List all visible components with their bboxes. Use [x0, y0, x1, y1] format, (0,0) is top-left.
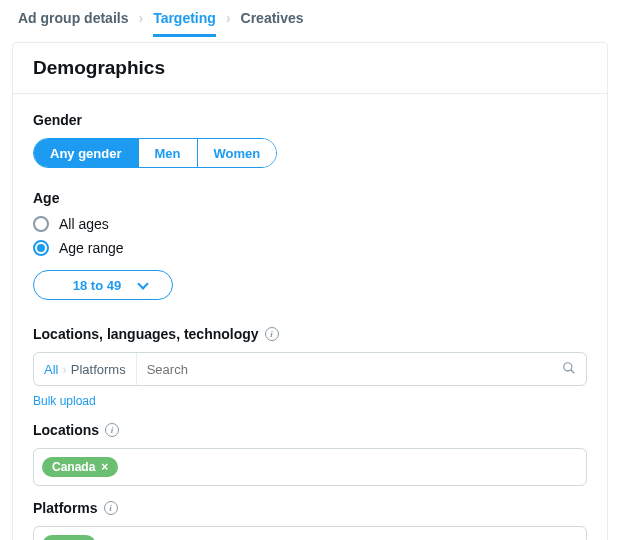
breadcrumb-item-ad-group[interactable]: Ad group details	[18, 10, 128, 26]
info-icon[interactable]: i	[105, 423, 119, 437]
location-chip[interactable]: Canada ×	[42, 457, 118, 477]
svg-point-0	[564, 362, 572, 370]
age-radio-all-label: All ages	[59, 216, 109, 232]
search-section-label: Locations, languages, technology i	[33, 326, 587, 342]
age-range-dropdown[interactable]: 18 to 49	[33, 270, 173, 300]
card-body: Gender Any gender Men Women Age All ages…	[13, 94, 607, 540]
page-title: Demographics	[33, 57, 587, 79]
gender-segmented-control: Any gender Men Women	[33, 138, 277, 168]
locations-label: Locations i	[33, 422, 587, 438]
info-icon[interactable]: i	[104, 501, 118, 515]
filter-root: All	[44, 362, 58, 377]
search-filter-breadcrumb[interactable]: All › Platforms	[34, 353, 137, 385]
search-icon	[552, 361, 586, 378]
chevron-right-icon: ›	[138, 10, 143, 26]
gender-option-any[interactable]: Any gender	[34, 139, 138, 167]
close-icon[interactable]: ×	[101, 461, 108, 473]
demographics-card: Demographics Gender Any gender Men Women…	[12, 42, 608, 540]
breadcrumb: Ad group details › Targeting › Creatives	[0, 0, 620, 34]
gender-option-women[interactable]: Women	[197, 139, 277, 167]
platforms-chip-input[interactable]: iOS ×	[33, 526, 587, 540]
age-label: Age	[33, 190, 587, 206]
radio-icon	[33, 240, 49, 256]
search-input[interactable]	[137, 353, 552, 385]
platforms-label: Platforms i	[33, 500, 587, 516]
gender-option-men[interactable]: Men	[138, 139, 197, 167]
chip-label: Canada	[52, 460, 95, 474]
breadcrumb-item-targeting[interactable]: Targeting	[153, 10, 216, 37]
age-range-value: 18 to 49	[73, 278, 121, 293]
chevron-down-icon	[138, 278, 149, 289]
locations-chip-input[interactable]: Canada ×	[33, 448, 587, 486]
breadcrumb-item-creatives[interactable]: Creatives	[241, 10, 304, 26]
chevron-right-icon: ›	[226, 10, 231, 26]
platform-chip[interactable]: iOS ×	[42, 535, 96, 540]
info-icon[interactable]: i	[265, 327, 279, 341]
age-radio-range[interactable]: Age range	[33, 240, 587, 256]
targeting-search-bar: All › Platforms	[33, 352, 587, 386]
card-header: Demographics	[13, 43, 607, 94]
radio-icon	[33, 216, 49, 232]
chevron-right-icon: ›	[62, 362, 66, 377]
age-radio-all[interactable]: All ages	[33, 216, 587, 232]
filter-current: Platforms	[71, 362, 126, 377]
svg-line-1	[571, 369, 575, 373]
bulk-upload-link[interactable]: Bulk upload	[33, 394, 96, 408]
gender-label: Gender	[33, 112, 587, 128]
age-radio-range-label: Age range	[59, 240, 124, 256]
